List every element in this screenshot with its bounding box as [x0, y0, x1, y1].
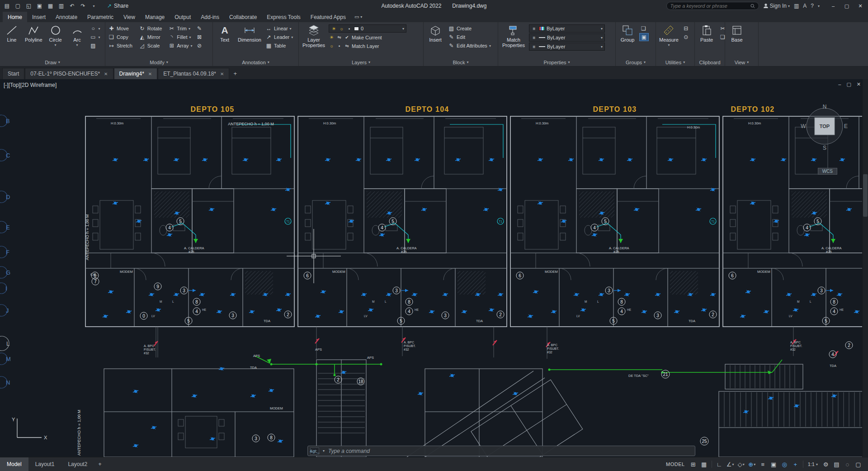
osnap-icon[interactable]: ⊕▾ — [747, 459, 757, 470]
ribbon-tab-express-tools[interactable]: Express Tools — [262, 12, 305, 22]
lineweight-select[interactable]: ≡ ByLayer ▾ — [529, 43, 605, 51]
viewcube-west[interactable]: W — [801, 123, 806, 129]
annotation-scale[interactable]: 1:1▾ — [806, 461, 820, 467]
paste-button[interactable]: Paste — [697, 23, 717, 43]
ribbon-tab-annotate[interactable]: Annotate — [51, 12, 82, 22]
offset-button[interactable]: ⊘ — [195, 42, 204, 50]
insert-button[interactable]: Insert — [425, 23, 445, 43]
isolate-objects-icon[interactable]: ◌ — [842, 459, 853, 470]
doc-tab-enchufes[interactable]: 07-EL-1º PISO-ENCHUFES*✕ — [25, 68, 113, 79]
ribbon-tab-output[interactable]: Output — [170, 12, 196, 22]
linetype-select[interactable]: ≡ ByLayer ▾ — [529, 33, 605, 42]
mirror-button[interactable]: ◭Mirror — [138, 33, 163, 41]
redo-icon[interactable]: ↷ — [78, 1, 88, 11]
app-menu-icon[interactable]: ▤ — [2, 1, 12, 11]
create-block-button[interactable]: ▧Create — [447, 24, 492, 33]
layer-properties-button[interactable]: Layer Properties — [301, 23, 327, 48]
gear-icon[interactable]: ⚙ — [821, 459, 831, 470]
circle-button[interactable]: Circle ▾ — [46, 23, 66, 48]
ellipse-button[interactable]: ○▾ — [89, 24, 101, 33]
share-button[interactable]: ↗ Share — [107, 3, 128, 9]
undo-icon[interactable]: ↶ — [67, 1, 77, 11]
qat-customize-icon[interactable]: ▾ — [89, 1, 99, 11]
panel-title-clipboard[interactable]: Clipboard — [697, 58, 723, 66]
match-properties-button[interactable]: Match Properties — [500, 23, 527, 48]
close-icon[interactable]: ✕ — [104, 71, 108, 76]
lineweight-icon[interactable]: ≡ — [758, 459, 768, 470]
drawing-area[interactable]: [-][Top][2D Wireframe] – ▢ ✕ — [0, 79, 868, 457]
viewcube-east[interactable]: E — [844, 123, 848, 129]
panel-title-modify[interactable]: Modify▾ — [107, 58, 211, 66]
base-button[interactable]: Base — [727, 23, 747, 43]
ribbon-tab-insert[interactable]: Insert — [27, 12, 51, 22]
ortho-icon[interactable]: ∟ — [714, 459, 725, 470]
array-button[interactable]: ⊞Array▾ — [167, 42, 193, 50]
viewport-close-icon[interactable]: ✕ — [857, 81, 861, 87]
doc-tab-start[interactable]: Start — [2, 68, 24, 79]
text-button[interactable]: A Text — [215, 23, 235, 43]
viewcube-north[interactable]: N — [823, 104, 827, 110]
snap-icon[interactable]: ▦ — [699, 459, 709, 470]
new-file-icon[interactable]: ▢ — [13, 1, 23, 11]
drawing-canvas[interactable]: A. BPC P/SUBT. #32 — [0, 79, 868, 457]
close-button[interactable]: ✕ — [854, 0, 867, 12]
transparency-icon[interactable]: ▣ — [769, 459, 779, 470]
copy-button[interactable]: ❏Copy — [107, 33, 133, 41]
command-history-caret-icon[interactable]: ▾ — [323, 449, 325, 453]
ribbon-tab-parametric[interactable]: Parametric — [82, 12, 118, 22]
ribbon-tab-home[interactable]: Home — [3, 12, 27, 22]
rotate-button[interactable]: ↻Rotate — [138, 24, 163, 33]
new-layout-button[interactable]: + — [94, 457, 106, 471]
stretch-button[interactable]: ↦Stretch — [107, 42, 133, 50]
annotation-visibility-icon[interactable]: ▤ — [831, 459, 842, 470]
edit-block-button[interactable]: ✎Edit — [447, 33, 492, 41]
open-file-icon[interactable]: ◱ — [24, 1, 34, 11]
ribbon-display-toggle[interactable]: ▭ ▾ — [351, 12, 366, 22]
close-icon[interactable]: ✕ — [148, 71, 152, 76]
panel-title-layers[interactable]: Layers▾ — [301, 58, 421, 66]
search-box[interactable] — [666, 2, 759, 10]
command-input[interactable]: Type a command — [328, 448, 370, 454]
signin-button[interactable]: Sign In ▾ — [763, 3, 790, 9]
minimize-button[interactable]: – — [826, 0, 840, 12]
measure-button[interactable]: Measure ▾ — [658, 23, 680, 48]
panel-title-groups[interactable]: Groups▾ — [618, 58, 654, 66]
ribbon-tab-addins[interactable]: Add-ins — [196, 12, 224, 22]
edit-polyline-button[interactable]: ✎ — [195, 24, 204, 33]
tab-model[interactable]: Model — [0, 457, 28, 471]
rectangle-button[interactable]: ▭▾ — [89, 33, 101, 41]
group-edit-button[interactable]: ❏ — [639, 24, 649, 33]
viewport-controls[interactable]: [-][Top][2D Wireframe] — [4, 82, 57, 88]
panel-title-properties[interactable]: Properties▾ — [500, 58, 613, 66]
layer-select[interactable]: ☀ ☼ ▪ 0 ▾ — [329, 24, 406, 33]
autodesk-app-icon[interactable]: A — [803, 3, 807, 9]
id-point-button[interactable]: ⊙ — [682, 33, 690, 41]
vertical-scrollbar[interactable] — [862, 79, 868, 457]
panel-title-view[interactable]: View▾ — [727, 58, 756, 66]
scrollbar-thumb[interactable] — [863, 174, 868, 217]
doc-tab-drawing4[interactable]: Drawing4*✕ — [114, 68, 158, 79]
group-button[interactable]: Group — [618, 23, 637, 43]
quick-calc-button[interactable]: ⊟ — [682, 24, 690, 33]
tab-layout2[interactable]: Layout2 — [61, 457, 94, 471]
close-icon[interactable]: ✕ — [220, 71, 224, 76]
panel-title-utilities[interactable]: Utilities▾ — [658, 58, 693, 66]
ribbon-tab-featured-apps[interactable]: Featured Apps — [306, 12, 351, 22]
panel-title-annotation[interactable]: Annotation▾ — [215, 58, 297, 66]
linear-button[interactable]: ↔Linear▾ — [264, 24, 294, 33]
ribbon-tab-collaborate[interactable]: Collaborate — [224, 12, 262, 22]
arc-button[interactable]: Arc ▾ — [67, 23, 87, 48]
doc-tab-et-plantas[interactable]: ET_Plantas 04.09.18*✕ — [158, 68, 229, 79]
model-space-label[interactable]: MODEL — [666, 461, 685, 467]
help-icon[interactable]: ? — [811, 3, 814, 9]
hatch-button[interactable]: ▨ — [89, 42, 101, 50]
color-select[interactable]: ≡ ByLayer ▾ — [529, 24, 605, 33]
viewcube-south[interactable]: S — [823, 145, 826, 151]
isodraft-icon[interactable]: ◇▾ — [736, 459, 746, 470]
cart-icon[interactable]: ▥ — [794, 3, 799, 9]
line-button[interactable]: Line — [2, 23, 22, 43]
trim-button[interactable]: ✂Trim▾ — [167, 24, 193, 33]
fillet-button[interactable]: ◝Fillet▾ — [167, 33, 193, 41]
table-button[interactable]: ▦Table — [264, 42, 294, 50]
restore-button[interactable]: ▢ — [840, 0, 854, 12]
